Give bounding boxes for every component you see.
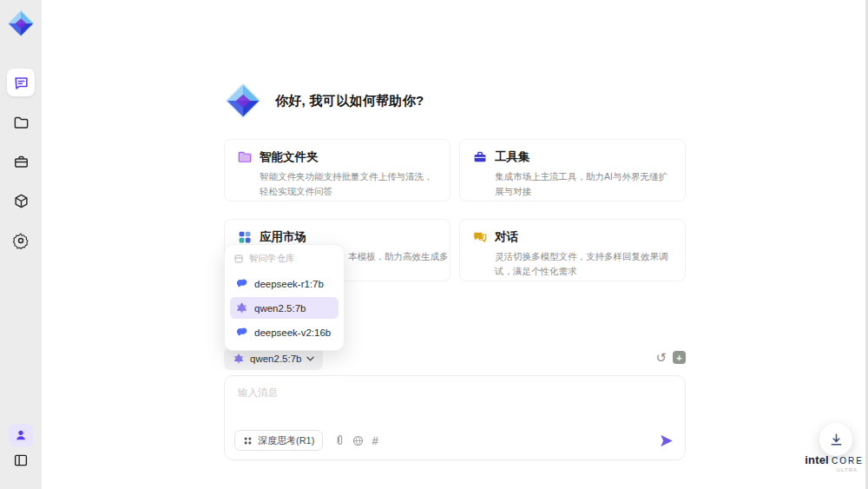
chevron-down-icon [306, 356, 314, 361]
chat-icon [13, 75, 30, 91]
greeting-title: 你好, 我可以如何帮助你? [275, 93, 424, 109]
hash-icon[interactable]: # [372, 434, 378, 447]
toolbox-icon [13, 154, 30, 170]
model-option-deepseek-r1[interactable]: deepseek-r1:7b [230, 273, 339, 294]
model-option-label: qwen2.5:7b [254, 303, 306, 314]
history-icon[interactable]: ↺ [655, 351, 667, 364]
model-selector-label: qwen2.5:7b [250, 354, 301, 364]
send-button[interactable] [659, 433, 674, 448]
deepseek-icon [235, 326, 248, 339]
greeting: 你好, 我可以如何帮助你? [224, 82, 424, 120]
greeting-logo-icon [224, 82, 262, 120]
globe-icon[interactable] [352, 435, 364, 446]
sidebar-item-folders[interactable] [7, 109, 35, 136]
toolbox-icon [472, 149, 488, 165]
settings-icon [12, 232, 30, 249]
app-market-icon [237, 229, 253, 245]
download-icon [829, 433, 844, 447]
main-content: 你好, 我可以如何帮助你? 智能文件夹 智能文件夹功能支持批量文件上传与清洗，轻… [224, 0, 686, 489]
model-option-label: deepseek-r1:7b [254, 279, 324, 289]
repository-icon [233, 254, 244, 264]
message-composer: 深度思考(R1) # [224, 375, 686, 460]
composer-icons: # [334, 434, 378, 447]
sidebar [0, 0, 42, 489]
chat-bubble-icon [472, 229, 488, 245]
intel-core-logo: intel core ultra [806, 454, 863, 472]
card-title: 应用市场 [260, 229, 306, 245]
deep-think-icon [243, 436, 253, 446]
card-title: 智能文件夹 [260, 149, 319, 165]
app-logo-icon [6, 9, 36, 38]
send-icon [659, 433, 674, 448]
folder-icon [237, 149, 253, 165]
model-dropdown-header-label: 智问学仓库 [249, 253, 295, 265]
card-desc: 集成市场上主流工具，助力AI与外界无缝扩展与对接 [495, 169, 673, 199]
card-smart-folder[interactable]: 智能文件夹 智能文件夹功能支持批量文件上传与清洗，轻松实现文件问答 [224, 139, 450, 202]
card-title: 工具集 [495, 149, 530, 165]
card-title: 对话 [495, 229, 518, 245]
intel-wordmark: intel [805, 454, 829, 466]
model-dropdown: 智问学仓库 deepseek-r1:7b qwen2.5:7b d [224, 244, 345, 351]
card-desc: 灵活切换多模型文件，支持多样回复效果调试，满足个性化需求 [495, 249, 673, 279]
card-desc: 智能文件夹功能支持批量文件上传与清洗，轻松实现文件问答 [260, 169, 437, 199]
sidebar-item-models[interactable] [7, 187, 35, 215]
sidebar-item-user[interactable] [9, 424, 33, 446]
sidebar-item-settings[interactable] [7, 227, 35, 254]
paperclip-icon[interactable] [334, 434, 345, 446]
message-input[interactable] [236, 385, 656, 423]
sidebar-item-chat[interactable] [7, 69, 35, 96]
intel-sub-label: ultra [806, 467, 863, 472]
card-toolset[interactable]: 工具集 集成市场上主流工具，助力AI与外界无缝扩展与对接 [459, 139, 686, 202]
card-desc: 本模板，助力高效生成多 [348, 249, 437, 264]
folder-icon [13, 115, 30, 131]
composer-toolbar: 深度思考(R1) # [234, 430, 674, 451]
download-button[interactable] [819, 423, 852, 456]
model-dropdown-header: 智问学仓库 [230, 251, 339, 270]
core-wordmark: core [832, 457, 864, 466]
sidebar-item-panel-toggle[interactable] [9, 450, 33, 471]
model-option-qwen[interactable]: qwen2.5:7b [230, 297, 339, 319]
qwen-icon [235, 301, 248, 314]
cube-icon [13, 193, 30, 209]
user-icon [14, 428, 28, 442]
model-option-label: deepseek-v2:16b [254, 327, 331, 338]
deepseek-icon [235, 277, 248, 290]
sidebar-item-tools[interactable] [7, 148, 35, 175]
app-window: 你好, 我可以如何帮助你? 智能文件夹 智能文件夹功能支持批量文件上传与清洗，轻… [0, 0, 868, 489]
deep-think-toggle[interactable]: 深度思考(R1) [234, 430, 323, 451]
panel-toggle-icon [13, 453, 29, 468]
qwen-icon [233, 353, 245, 365]
model-option-deepseek-v2[interactable]: deepseek-v2:16b [230, 321, 339, 343]
new-chat-icon[interactable]: + [673, 351, 686, 364]
deep-think-label: 深度思考(R1) [258, 434, 314, 447]
card-dialogue[interactable]: 对话 灵活切换多模型文件，支持多样回复效果调试，满足个性化需求 [459, 219, 686, 281]
